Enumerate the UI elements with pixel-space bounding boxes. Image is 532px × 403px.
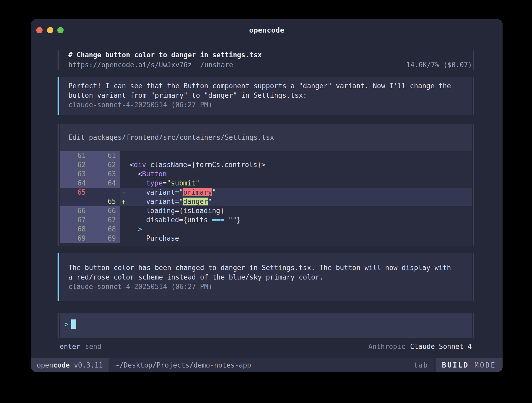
app-name-bold: code [53, 361, 70, 369]
code-token: === [212, 216, 224, 224]
code-token: =" [175, 198, 183, 205]
old-line-number: 68 [60, 225, 86, 234]
diff-row-ctx: 6767 disabled={units === ""} [60, 215, 472, 225]
diff-row-ctx: 6161 [60, 151, 472, 160]
code-token: disabled [146, 216, 179, 224]
code-token [121, 179, 146, 187]
mode-toggle-chip[interactable]: BUILD MODE [436, 358, 503, 372]
old-line-number: 65 [60, 188, 86, 197]
diff-gutter: 6262 [60, 160, 120, 169]
code-token: " [212, 188, 216, 196]
prompt-chevron: > [64, 319, 69, 329]
new-line-number [86, 188, 116, 197]
new-line-number: 61 [86, 151, 116, 160]
mode-name-rest: MODE [469, 361, 496, 369]
diff-rows: 61616262 <div className={formCs.controls… [60, 151, 472, 243]
code-token: " [208, 198, 212, 205]
diff-code-cell: > [120, 225, 472, 234]
diff-row-ctx: 6868 > [60, 225, 472, 234]
provider-label: Anthropic [368, 342, 405, 351]
prompt-input-block[interactable]: > [58, 313, 474, 338]
new-line-number: 68 [86, 225, 116, 234]
diff-code-cell: + variant="danger" [120, 197, 472, 206]
hint-row: enter send Anthropic Claude Sonnet 4 [58, 342, 474, 351]
statusbar-spacer [251, 358, 413, 372]
diff-gutter: 6464 [60, 179, 120, 188]
edit-diff-block: Edit packages/frontend/src/containers/Se… [58, 124, 474, 246]
message-text: The button color has been changed to dan… [68, 263, 467, 282]
app-version: v0.3.11 [74, 361, 103, 369]
old-line-number: 66 [60, 206, 86, 215]
share-url[interactable]: https://opencode.ai/s/UwJxv76z [68, 60, 192, 70]
code-token: < [121, 170, 142, 178]
diff-gutter: 6666 [60, 206, 120, 215]
diff-code-cell: <div className={formCs.controls}> [120, 160, 472, 169]
message-line: The button color has been changed to dan… [68, 263, 467, 272]
code-token: className [150, 161, 187, 169]
added-line-marker: + [121, 197, 126, 206]
diff-scrollbar[interactable] [473, 124, 474, 246]
new-line-number: 63 [86, 169, 116, 179]
code-token: variant [146, 198, 175, 205]
code-token [121, 216, 146, 224]
code-token [121, 234, 146, 242]
message-model-meta: claude-sonnet-4-20250514 (06:27 PM) [68, 282, 467, 291]
message-accent-bar [58, 253, 59, 301]
unshare-command[interactable]: /unshare [200, 60, 233, 70]
code-token [121, 225, 138, 233]
diff-code-cell [120, 151, 472, 160]
enter-key-hint: enter [60, 342, 80, 351]
code-token: {formCs.controls}> [191, 161, 265, 169]
code-token [146, 161, 150, 169]
code-token: > [138, 225, 142, 233]
diff-row-add: 65+ variant="danger" [60, 197, 472, 206]
code-token: variant [146, 188, 175, 196]
diff-gutter: 6969 [60, 234, 120, 243]
diff-code-cell: disabled={units === ""} [120, 215, 472, 225]
send-action-hint: send [85, 342, 101, 351]
token-usage-cost: 14.6K/7% ($0.07) [406, 60, 472, 70]
code-token: danger [183, 198, 208, 205]
diff-gutter: 65 [60, 188, 120, 197]
app-name-regular: open [37, 361, 53, 369]
new-line-number: 64 [86, 179, 116, 188]
tab-key-hint: tab [413, 358, 428, 372]
message-model-meta: claude-sonnet-4-20250514 (06:27 PM) [68, 100, 467, 110]
code-token: type [146, 179, 163, 187]
message-right-border [473, 77, 474, 115]
diff-row-ctx: 6262 <div className={formCs.controls}> [60, 160, 472, 169]
code-token: = [179, 216, 183, 224]
diff-code-cell: type="submit" [120, 179, 472, 188]
desktop-background: { "window": { "title": "opencode" }, "tr… [0, 0, 532, 403]
status-bar: opencodev0.3.11 ~/Desktop/Projects/demo-… [31, 358, 503, 372]
message-right-border [473, 253, 474, 301]
code-token: {units [183, 216, 212, 224]
session-header: # Change button color to danger in setti… [58, 50, 474, 70]
text-cursor [71, 319, 76, 329]
new-line-number: 62 [86, 160, 116, 169]
opencode-terminal-window: opencode # Change button color to danger… [31, 19, 503, 372]
old-line-number: 67 [60, 215, 86, 225]
title-bar[interactable]: opencode [31, 19, 503, 41]
assistant-message: Perfect! I can see that the Button compo… [58, 77, 474, 115]
diff-gutter: 6767 [60, 215, 120, 225]
code-token: Purchase [146, 234, 179, 242]
diff-row-ctx: 6363 <Button [60, 169, 472, 179]
model-label[interactable]: Claude Sonnet 4 [410, 342, 472, 351]
diff-row-ctx: 6464 type="submit" [60, 179, 472, 188]
old-line-number: 69 [60, 234, 86, 243]
old-line-number [60, 197, 86, 206]
mode-name-bold: BUILD [442, 361, 469, 369]
working-directory: ~/Desktop/Projects/demo-notes-app [115, 358, 251, 372]
window-title: opencode [31, 26, 503, 34]
diff-file-header: Edit packages/frontend/src/containers/Se… [60, 124, 472, 151]
new-line-number: 69 [86, 234, 116, 243]
message-line: Perfect! I can see that the Button compo… [68, 81, 467, 91]
code-token: = [175, 207, 179, 215]
old-line-number: 61 [60, 151, 86, 160]
diff-code-cell: loading={isLoading} [120, 206, 472, 215]
code-token: {isLoading} [179, 207, 224, 215]
diff-row-ctx: 6666 loading={isLoading} [60, 206, 472, 215]
new-line-number: 66 [86, 206, 116, 215]
code-token: ""} [224, 216, 241, 224]
